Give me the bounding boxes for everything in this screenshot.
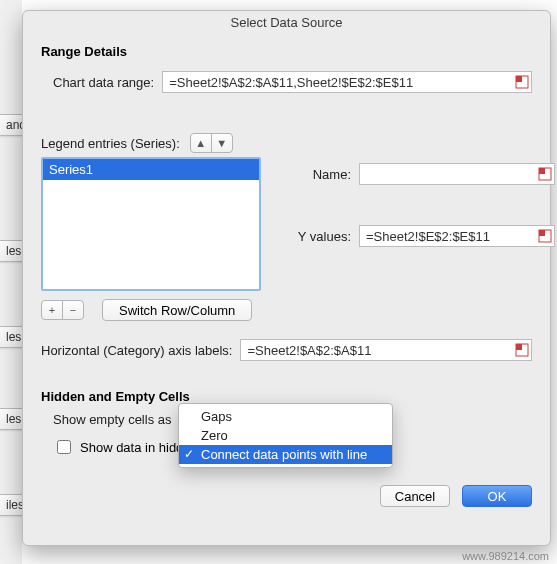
series-name-input[interactable] (359, 163, 555, 185)
y-values-input[interactable] (359, 225, 555, 247)
move-series-up-button[interactable]: ▲ (190, 133, 212, 153)
cancel-button[interactable]: Cancel (380, 485, 450, 507)
svg-rect-7 (516, 344, 522, 350)
dropdown-option-connect[interactable]: ✓ Connect data points with line (179, 445, 392, 464)
move-series-down-button[interactable]: ▼ (211, 133, 233, 153)
show-empty-cells-label: Show empty cells as (53, 412, 172, 427)
show-hidden-data-checkbox[interactable] (57, 440, 71, 454)
svg-rect-3 (539, 168, 545, 174)
legend-entries-label: Legend entries (Series): (41, 136, 180, 151)
axis-labels-input[interactable] (240, 339, 532, 361)
chart-data-range-label: Chart data range: (53, 75, 154, 90)
svg-rect-5 (539, 230, 545, 236)
range-picker-icon[interactable] (515, 343, 529, 357)
chart-data-range-input[interactable] (162, 71, 532, 93)
dropdown-option-label: Connect data points with line (201, 447, 367, 462)
series-listbox[interactable]: Series1 (41, 157, 261, 291)
add-series-button[interactable]: + (41, 300, 63, 320)
series-item-0[interactable]: Series1 (43, 159, 259, 180)
remove-series-button[interactable]: − (62, 300, 84, 320)
hidden-empty-heading: Hidden and Empty Cells (41, 389, 532, 404)
y-values-label: Y values: (291, 229, 351, 244)
ok-button[interactable]: OK (462, 485, 532, 507)
check-icon: ✓ (184, 447, 194, 461)
range-details-heading: Range Details (41, 44, 532, 59)
switch-row-column-button[interactable]: Switch Row/Column (102, 299, 252, 321)
series-name-label: Name: (291, 167, 351, 182)
select-data-source-dialog: Select Data Source Range Details Chart d… (22, 10, 551, 546)
range-picker-icon[interactable] (538, 167, 552, 181)
dropdown-option-zero[interactable]: Zero (179, 426, 392, 445)
dialog-title: Select Data Source (41, 11, 532, 44)
range-picker-icon[interactable] (538, 229, 552, 243)
watermark-text: www.989214.com (462, 550, 549, 562)
svg-rect-1 (516, 76, 522, 82)
dropdown-option-gaps[interactable]: Gaps (179, 407, 392, 426)
range-picker-icon[interactable] (515, 75, 529, 89)
axis-labels-label: Horizontal (Category) axis labels: (41, 343, 232, 358)
background-sidebar (0, 0, 22, 564)
empty-cells-dropdown[interactable]: Gaps Zero ✓ Connect data points with lin… (178, 403, 393, 468)
